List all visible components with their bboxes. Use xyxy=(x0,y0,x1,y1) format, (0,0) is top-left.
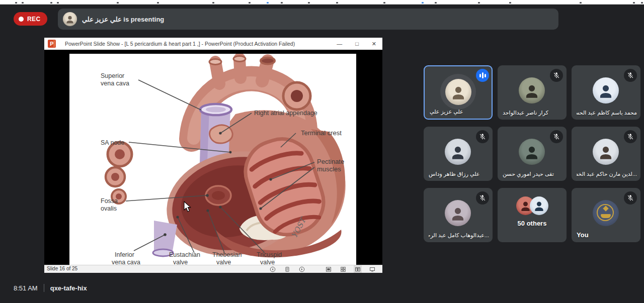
browser-edge-strip xyxy=(0,0,644,5)
mic-off-icon xyxy=(550,130,563,143)
participant-tile[interactable]: علي رزاق ظاهر وداس xyxy=(424,127,493,181)
label-eustachian-line2: valve xyxy=(173,259,188,265)
avatar xyxy=(445,79,471,105)
avatar xyxy=(593,77,619,104)
presenting-text: علي عزيز علي is presenting xyxy=(82,16,164,23)
mic-off-icon xyxy=(476,130,489,143)
overflow-avatars xyxy=(498,196,567,216)
participant-tile[interactable]: ...لدين مارن حاكم عبد الخضر xyxy=(572,127,640,181)
label-superior-vena-cava-line2: vena cava xyxy=(101,80,129,87)
avatar xyxy=(519,139,545,165)
participant-tile-ali-aziz[interactable]: علي عزيز علي xyxy=(424,65,493,120)
label-thebesian-line1: Thebesian xyxy=(212,251,242,258)
participant-name: كرار ناصر عبدالواحد xyxy=(503,110,548,116)
powerpoint-app-icon: P xyxy=(48,40,56,48)
overflow-participants-tile[interactable]: 50 others xyxy=(498,188,567,242)
recording-dot-icon xyxy=(19,17,24,22)
mic-off-icon xyxy=(624,130,637,143)
presenting-banner: علي عزيز علي is presenting xyxy=(58,9,558,30)
avatar xyxy=(530,196,548,215)
recording-label: REC xyxy=(27,16,41,23)
slideshow-view-icon xyxy=(369,266,375,272)
label-right-atrial-appendage: Right atrial appendage xyxy=(254,110,317,117)
self-name-label: You xyxy=(577,231,589,239)
presenter-avatar xyxy=(63,12,77,26)
person-icon xyxy=(597,144,614,161)
participant-name: ...لدين مارن حاكم عبد الخضر xyxy=(577,171,637,177)
avatar xyxy=(593,139,619,165)
person-icon xyxy=(523,83,540,100)
participant-name: ...عبدالوهاب كامل عبد الرحيم xyxy=(429,232,489,239)
ppt-close-button: ✕ xyxy=(372,38,376,50)
meeting-meta: 8:51 AM qxe-tafe-hix xyxy=(14,273,87,303)
audio-activity-icon xyxy=(476,69,489,82)
pen-annotate-icon xyxy=(284,266,290,272)
participant-tile[interactable]: ...عبدالوهاب كامل عبد الرحيم xyxy=(424,188,493,242)
slide-counter: Slide 16 of 25 xyxy=(47,266,77,271)
avatar xyxy=(519,77,545,104)
heart-diagram: Superior vena cava SA node Right atrial … xyxy=(69,54,356,265)
participant-tile[interactable]: كرار ناصر عبدالواحد xyxy=(498,65,567,120)
ppt-minimize-button: — xyxy=(337,38,342,50)
meet-control-bar: 8:51 AM qxe-tafe-hix CC 59 xyxy=(0,273,644,303)
avatar xyxy=(445,200,471,226)
normal-view-icon xyxy=(326,266,332,272)
person-icon xyxy=(449,206,466,223)
person-icon xyxy=(523,144,540,161)
label-sa-node: SA node xyxy=(101,139,124,146)
ppt-statusbar: Slide 16 of 25 xyxy=(44,265,382,273)
participant-name: تقى حيدر اموري حسن xyxy=(503,171,554,177)
recording-indicator: REC xyxy=(14,12,47,26)
meeting-code: qxe-tafe-hix xyxy=(50,284,87,292)
self-view-tile[interactable]: You xyxy=(572,188,640,242)
slide-heart-anatomy: Superior vena cava SA node Right atrial … xyxy=(69,54,356,265)
label-tricuspid-line2: valve xyxy=(260,259,275,265)
participant-name: علي عزيز علي xyxy=(430,109,463,115)
ppt-window-title: PowerPoint Slide Show - [L 5 pericardium… xyxy=(65,38,295,50)
shared-screen-ppt-window: P PowerPoint Slide Show - [L 5 pericardi… xyxy=(44,38,382,273)
clock-time: 8:51 AM xyxy=(14,284,38,292)
presenting-banner-bar: REC علي عزيز علي is presenting xyxy=(0,5,644,33)
label-eustachian-line1: Eustachian xyxy=(169,251,200,258)
mic-off-icon xyxy=(624,69,637,82)
ppt-maximize-button: □ xyxy=(355,38,359,50)
avatar-ring xyxy=(440,74,476,110)
ppt-slideshow-area: Superior vena cava SA node Right atrial … xyxy=(44,50,382,265)
divider xyxy=(44,284,44,292)
avatar-logo xyxy=(593,200,619,226)
mic-off-icon xyxy=(624,191,637,205)
person-icon xyxy=(65,15,75,25)
label-fossa-line1: Fossa xyxy=(101,197,118,205)
label-terminal-crest: Terminal crest xyxy=(301,129,342,137)
slide-sorter-view-icon xyxy=(340,266,346,272)
person-icon xyxy=(450,84,467,102)
label-tricuspid-line1: Tricuspid xyxy=(257,251,282,258)
avatar xyxy=(445,139,471,165)
label-inferior-line1: Inferior xyxy=(115,251,134,258)
mic-off-icon xyxy=(476,191,489,205)
label-superior-vena-cava-line1: Superior xyxy=(101,72,124,79)
label-inferior-line2: vena cava xyxy=(112,259,140,265)
previous-slide-icon xyxy=(270,266,276,272)
reading-view-icon xyxy=(355,266,361,272)
ppt-titlebar: P PowerPoint Slide Show - [L 5 pericardi… xyxy=(44,38,382,50)
next-slide-icon xyxy=(299,266,305,272)
person-icon xyxy=(449,144,466,161)
label-pectinate-line1: Pectinate xyxy=(317,158,344,165)
person-icon xyxy=(597,83,614,100)
label-fossa-line2: ovalis xyxy=(101,205,117,212)
participant-tile[interactable]: تقى حيدر اموري حسن xyxy=(498,127,567,181)
participant-tile[interactable]: محمد باسم كاظم عبد الحسين xyxy=(572,65,640,120)
label-pectinate-line2: muscles xyxy=(317,165,341,173)
label-thebesian-line2: valve xyxy=(216,259,231,265)
mic-off-icon xyxy=(550,69,563,82)
participant-name: محمد باسم كاظم عبد الحسين xyxy=(577,110,637,116)
person-icon xyxy=(533,200,545,213)
participant-name: علي رزاق ظاهر وداس xyxy=(429,171,479,177)
overflow-count-label: 50 others xyxy=(498,220,567,227)
